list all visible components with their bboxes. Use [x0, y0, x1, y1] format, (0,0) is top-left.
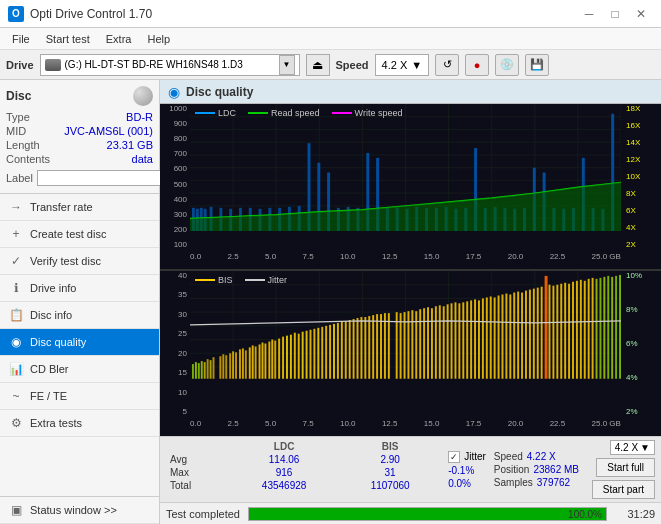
svg-rect-132 — [368, 316, 370, 379]
svg-rect-155 — [462, 302, 464, 378]
disc-contents-value: data — [132, 153, 153, 165]
legend-bis: BIS — [195, 275, 233, 285]
svg-rect-191 — [603, 277, 605, 379]
svg-rect-180 — [560, 284, 562, 379]
svg-rect-89 — [210, 360, 212, 379]
speed-select-box[interactable]: 4.2 X ▼ — [610, 440, 655, 455]
svg-rect-146 — [427, 307, 429, 379]
svg-rect-142 — [411, 310, 413, 379]
sidebar-item-disc-info[interactable]: 📋 Disc info — [0, 302, 159, 329]
drive-dropdown-button[interactable]: ▼ — [279, 55, 295, 75]
toolbar-red-button[interactable]: ● — [465, 54, 489, 76]
svg-rect-111 — [286, 336, 288, 379]
svg-rect-187 — [588, 279, 590, 379]
legend-read-speed: Read speed — [248, 108, 320, 118]
svg-rect-90 — [213, 357, 215, 379]
title-bar: O Opti Drive Control 1.70 ─ □ ✕ — [0, 0, 661, 28]
sidebar-item-create-test-disc[interactable]: + Create test disc — [0, 221, 159, 248]
svg-rect-84 — [195, 362, 197, 379]
svg-rect-131 — [364, 317, 366, 379]
toolbar-save-button[interactable]: 💾 — [525, 54, 549, 76]
legend-ldc: LDC — [195, 108, 236, 118]
sidebar-item-transfer-rate[interactable]: → Transfer rate — [0, 194, 159, 221]
svg-rect-150 — [443, 306, 445, 378]
svg-rect-164 — [498, 295, 500, 378]
disc-contents-label: Contents — [6, 153, 50, 165]
svg-rect-107 — [271, 340, 273, 379]
sidebar-item-verify-test-disc[interactable]: ✓ Verify test disc — [0, 248, 159, 275]
svg-rect-148 — [435, 306, 437, 378]
drive-selector[interactable]: (G:) HL-DT-ST BD-RE WH16NS48 1.D3 ▼ — [40, 54, 300, 76]
menu-help[interactable]: Help — [139, 31, 178, 47]
start-full-button[interactable]: Start full — [596, 458, 655, 477]
svg-rect-134 — [376, 314, 378, 379]
top-chart-legend: LDC Read speed Write speed — [195, 108, 402, 118]
ldc-color — [195, 112, 215, 114]
top-chart-svg — [190, 104, 621, 231]
svg-rect-177 — [549, 285, 551, 379]
close-button[interactable]: ✕ — [629, 4, 653, 24]
stats-max-label: Max — [166, 466, 228, 479]
svg-rect-104 — [262, 343, 264, 379]
svg-rect-110 — [282, 337, 284, 379]
samples-value: 379762 — [537, 477, 570, 488]
speed-section: Speed 4.22 X Position 23862 MB Samples 3… — [494, 440, 584, 499]
svg-rect-124 — [337, 323, 339, 379]
top-y-axis-left: 1000 900 800 700 600 500 400 300 200 100 — [160, 104, 190, 249]
sidebar-item-label: Disc info — [30, 309, 72, 321]
svg-rect-103 — [259, 344, 261, 378]
sidebar-item-label: FE / TE — [30, 390, 67, 402]
maximize-button[interactable]: □ — [603, 4, 627, 24]
status-window-icon: ▣ — [8, 502, 24, 518]
speed-selector[interactable]: 4.2 X ▼ — [375, 54, 430, 76]
svg-rect-85 — [198, 363, 200, 379]
eject-button[interactable]: ⏏ — [306, 54, 330, 76]
menu-file[interactable]: File — [4, 31, 38, 47]
svg-rect-185 — [580, 280, 582, 379]
svg-rect-193 — [611, 277, 613, 379]
sidebar-item-cd-bler[interactable]: 📊 CD Bler — [0, 356, 159, 383]
sidebar-item-drive-info[interactable]: ℹ Drive info — [0, 275, 159, 302]
stats-table: LDC BIS Avg 114.06 2.90 Max 916 31 Tot — [166, 440, 440, 499]
svg-rect-158 — [474, 299, 476, 378]
status-window-label: Status window >> — [30, 504, 117, 516]
svg-rect-119 — [317, 328, 319, 379]
svg-rect-179 — [556, 285, 558, 379]
toolbar-disc-button[interactable]: 💿 — [495, 54, 519, 76]
sidebar-item-extra-tests[interactable]: ⚙ Extra tests — [0, 410, 159, 437]
svg-rect-100 — [249, 347, 251, 378]
menu-bar: File Start test Extra Help — [0, 28, 661, 50]
bottom-status-bar: Test completed 100.0% 31:29 — [160, 502, 661, 524]
svg-rect-174 — [537, 288, 539, 379]
toolbar-refresh-button[interactable]: ↺ — [435, 54, 459, 76]
svg-rect-181 — [564, 283, 566, 379]
sidebar-item-fe-te[interactable]: ~ FE / TE — [0, 383, 159, 410]
verify-test-disc-icon: ✓ — [8, 253, 24, 269]
status-window-item[interactable]: ▣ Status window >> — [0, 497, 159, 524]
svg-rect-154 — [458, 303, 460, 378]
svg-rect-118 — [313, 329, 315, 379]
minimize-button[interactable]: ─ — [577, 4, 601, 24]
svg-rect-123 — [333, 324, 335, 379]
charts-container: LDC Read speed Write speed 1000 900 8 — [160, 104, 661, 436]
create-test-disc-icon: + — [8, 226, 24, 242]
svg-rect-157 — [470, 300, 472, 378]
svg-rect-194 — [615, 276, 617, 379]
svg-rect-167 — [509, 295, 511, 379]
main-layout: Disc Type BD-R MID JVC-AMS6L (001) Lengt… — [0, 80, 661, 524]
sidebar-item-disc-quality[interactable]: ◉ Disc quality — [0, 329, 159, 356]
content-area: ◉ Disc quality LDC Read speed — [160, 80, 661, 524]
svg-rect-86 — [201, 361, 203, 379]
disc-label-input[interactable] — [37, 170, 170, 186]
svg-rect-165 — [501, 295, 503, 379]
svg-rect-87 — [204, 362, 206, 379]
jitter-checkbox[interactable]: ✓ — [448, 451, 460, 463]
menu-start-test[interactable]: Start test — [38, 31, 98, 47]
bottom-y-axis-left: 40 35 30 25 20 15 10 5 — [160, 271, 190, 416]
svg-rect-114 — [298, 334, 300, 379]
menu-extra[interactable]: Extra — [98, 31, 140, 47]
start-part-button[interactable]: Start part — [592, 480, 655, 499]
speed-select-arrow: ▼ — [640, 442, 650, 453]
transfer-rate-icon: → — [8, 199, 24, 215]
svg-rect-172 — [529, 290, 531, 379]
